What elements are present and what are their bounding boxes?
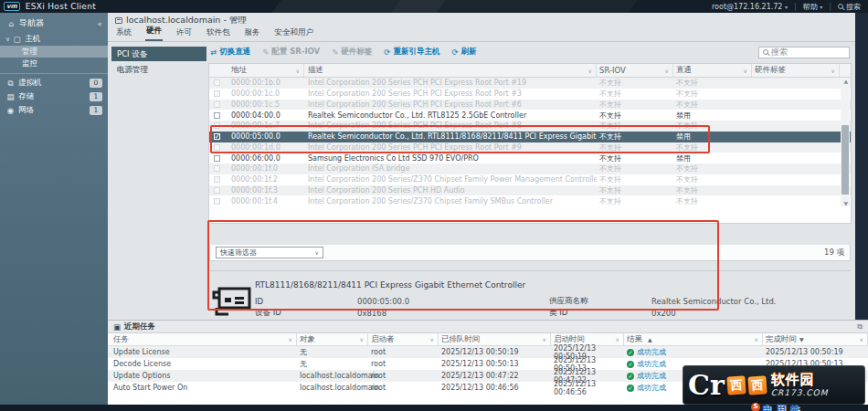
sidebar-item[interactable]: ⧉ 虚拟机 0 — [0, 77, 108, 90]
task-row[interactable]: Update License 无 root 2025/12/13 00:50:1… — [108, 346, 868, 358]
sidebar-item-icon: ▤ — [5, 92, 16, 101]
sidebar-subitem[interactable]: 管理 — [0, 46, 108, 58]
column-header[interactable]: 已排队时间 — [439, 333, 551, 345]
table-row[interactable]: 0000:00:1d.0 Intel Corporation 200 Serie… — [209, 142, 851, 153]
action-icon: ⟳ — [451, 47, 458, 57]
row-checkbox[interactable] — [209, 176, 224, 183]
table-row[interactable]: 0000:00:1c.5 Intel Corporation 200 Serie… — [209, 100, 851, 111]
watermark-fragment: S 电用兼 — [751, 403, 868, 411]
sidebar-item-icon: ◉ — [5, 106, 16, 115]
scroll-down-icon[interactable]: ▼ — [843, 200, 848, 206]
vmware-logo: vm — [4, 2, 20, 11]
table-row[interactable]: 0000:00:1f.3 Intel Corporation 200 Serie… — [209, 185, 851, 196]
row-checkbox[interactable] — [209, 112, 224, 119]
description-cell: Intel Corporation 200 Series PCH HD Audi… — [304, 186, 597, 195]
vertical-scrollbar[interactable]: ▲ ▼ — [841, 78, 850, 206]
row-checkbox[interactable] — [209, 101, 224, 108]
column-header[interactable]: 直通 — [673, 64, 752, 77]
table-row[interactable]: 0000:00:1f.2 Intel Corporation 200 Serie… — [209, 174, 851, 185]
help-menu[interactable]: 帮助 ▾ — [803, 2, 823, 12]
column-header[interactable]: 结果▲ — [624, 333, 763, 345]
task-cell: Decode License — [108, 360, 297, 368]
task-cell: Update Options — [108, 372, 297, 380]
table-row[interactable]: 0000:05:00.0 Realtek Semiconductor Co., … — [209, 132, 851, 142]
tab[interactable]: 软件包 — [206, 26, 231, 41]
toolbar-action-button[interactable]: ✎ 配置 SR-IOV — [262, 47, 320, 58]
result-link[interactable]: 成功完成 — [637, 359, 666, 369]
table-row[interactable]: 0000:00:1f.4 Intel Corporation 200 Serie… — [209, 195, 851, 206]
table-row[interactable]: 0000:00:1f.0 Intel Corporation ISA bridg… — [209, 163, 851, 174]
sidebar-item[interactable]: ▤ 存储 1 — [0, 90, 108, 103]
expand-icon[interactable]: ∨ — [5, 36, 10, 43]
user-menu[interactable]: root@172.16.21.72 ▾ — [712, 3, 788, 11]
result-link[interactable]: 成功完成 — [637, 383, 666, 393]
count-badge: 0 — [90, 79, 102, 88]
address-cell: 0000:00:1c.5 — [224, 100, 304, 109]
success-icon: ✓ — [627, 385, 634, 392]
subnav-item[interactable]: PCI 设备 — [111, 47, 206, 61]
toolbar-action-button[interactable]: ⇄ 切换直通 — [210, 47, 250, 58]
toolbar-action-button[interactable]: ⟳ 刷新 — [451, 47, 476, 58]
table-row[interactable]: 0000:06:00.0 Samsung Electronics Co Ltd … — [209, 153, 851, 163]
column-header[interactable]: 地址 — [224, 64, 304, 77]
toolbar-action-button[interactable]: ⟳ 重新引导主机 — [384, 47, 439, 58]
sidebar-item-host[interactable]: ∨ ▢ 主机 — [0, 33, 108, 46]
table-row[interactable]: 0000:00:1b.0 Intel Corporation 200 Serie… — [209, 78, 851, 89]
sidebar-subitem-label: 监控 — [22, 58, 37, 69]
address-cell: 0000:00:1d.0 — [224, 143, 304, 152]
table-row[interactable]: 0000:00:1c.0 Intel Corporation 200 Serie… — [209, 89, 851, 100]
sriov-cell: 不支持 — [597, 121, 673, 131]
collapse-sidebar-button[interactable]: « — [97, 19, 102, 28]
address-cell: 0000:06:00.0 — [224, 154, 304, 163]
scroll-up-icon[interactable]: ▲ — [843, 78, 848, 84]
sidebar-item[interactable]: ◉ 网络 1 — [0, 104, 108, 117]
row-checkbox[interactable] — [209, 133, 224, 140]
tab[interactable]: 服务 — [244, 26, 261, 41]
description-cell: Intel Corporation 200 Series/Z370 Chipse… — [304, 175, 597, 184]
table-search-input[interactable]: 搜索 — [758, 47, 850, 58]
tab[interactable]: 安全和用户 — [274, 26, 315, 41]
column-header[interactable]: 描述 — [304, 64, 597, 77]
row-checkbox[interactable] — [209, 79, 224, 86]
toolbar-action-button[interactable]: ✎ 硬件标签 — [332, 47, 372, 58]
field-label: 供应商名称 — [549, 296, 651, 307]
column-header[interactable]: 启动者 — [368, 333, 439, 345]
column-header[interactable]: 任务 — [108, 333, 297, 345]
result-link[interactable]: 成功完成 — [637, 347, 666, 357]
result-link[interactable]: 成功完成 — [637, 371, 666, 381]
expand-panel-icon[interactable]: ⧉ — [857, 322, 863, 332]
row-checkbox[interactable] — [209, 90, 224, 97]
description-cell: Intel Corporation ISA bridge — [304, 164, 597, 173]
table-row[interactable]: 0000:04:00.0 Realtek Semiconductor Co., … — [209, 110, 851, 121]
sriov-cell: 不支持 — [597, 100, 673, 110]
row-checkbox[interactable] — [209, 198, 224, 205]
column-header[interactable]: 启动时间 — [551, 333, 624, 345]
tab[interactable]: 硬件 — [145, 24, 163, 41]
detail-field: ID 0000:05:00.0 — [255, 295, 549, 307]
row-checkbox[interactable] — [209, 165, 224, 172]
row-checkbox[interactable] — [209, 144, 224, 151]
column-header[interactable]: 对象 — [297, 333, 368, 345]
sriov-cell: 不支持 — [597, 142, 673, 153]
row-checkbox[interactable] — [209, 187, 224, 194]
titlebar-decoration — [383, 0, 640, 13]
tab[interactable]: 系统 — [115, 26, 132, 41]
table-row[interactable]: 0000:00:1c.7 Intel Corporation 200 Serie… — [209, 121, 851, 132]
column-header[interactable]: 完成时间▼ — [763, 333, 868, 345]
row-checkbox[interactable] — [209, 122, 224, 129]
scrollbar-thumb[interactable] — [842, 125, 849, 195]
address-cell: 0000:04:00.0 — [224, 111, 304, 120]
description-cell: Intel Corporation 200 Series PCH PCI Exp… — [304, 100, 597, 109]
column-header[interactable]: SR-IOV — [597, 64, 673, 77]
column-header[interactable]: 硬件标签 — [752, 64, 840, 77]
row-checkbox[interactable] — [209, 155, 224, 162]
sidebar-subitem[interactable]: 监控 — [0, 58, 108, 69]
description-cell: Realtek Semiconductor Co., Ltd. RTL8111/… — [304, 132, 597, 141]
count-badge: 1 — [90, 92, 102, 101]
subnav-item[interactable]: 电源管理 — [111, 62, 206, 77]
tab[interactable]: 许可 — [175, 26, 193, 41]
action-icon: ✎ — [332, 47, 338, 57]
quick-filter-select[interactable]: 快速筛选器∨ — [216, 247, 323, 258]
passthrough-cell: 禁用 — [673, 111, 752, 121]
global-search[interactable]: 搜索 — [838, 2, 861, 12]
